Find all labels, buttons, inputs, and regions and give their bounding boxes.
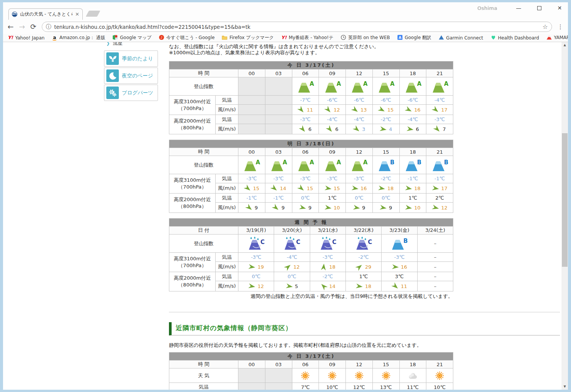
wind-cell: 15: [238, 183, 265, 194]
wind-direction-arrow-icon: [390, 281, 401, 291]
folder-icon: [222, 35, 227, 41]
climb-index-cell: A: [319, 77, 346, 96]
chrome-menu-icon[interactable]: ⋮: [557, 23, 563, 30]
temp-cell: 7℃: [292, 383, 319, 390]
gears-icon: [106, 87, 119, 99]
bookmark--google[interactable]: ♪今すぐ聴こう - Google: [159, 35, 215, 41]
temperature-value: 1℃: [409, 195, 417, 201]
temp-cell: -4℃: [399, 115, 426, 124]
temp-cell: -4℃: [346, 115, 373, 124]
temperature-value: -3℃: [327, 176, 338, 181]
wind-direction-arrow-icon: [248, 263, 256, 271]
bookmark-amazon-co-jp-[interactable]: aAmazon.co.jp： 通販: [52, 35, 105, 41]
temperature-value: 3℃: [395, 274, 404, 279]
scrollbar-thumb[interactable]: [562, 133, 568, 267]
wind-cell: 13: [346, 105, 373, 115]
wind-direction-arrow-icon: [406, 125, 415, 133]
wind-cell: 19: [238, 262, 274, 272]
svg-text:A: A: [363, 80, 368, 87]
wind-direction-arrow-icon: [431, 184, 440, 192]
climb-index-cell: A: [346, 156, 373, 174]
sprout-icon: [106, 52, 119, 65]
minimize-button[interactable]: —: [513, 4, 524, 12]
profile-name[interactable]: Oshima: [478, 5, 498, 11]
sidebar-button-2[interactable]: 夜空のページ: [104, 68, 158, 84]
wind-cell: 10: [399, 203, 426, 213]
temp-cell: 1℃: [399, 194, 426, 203]
weather-cell: [372, 368, 399, 383]
climb-index-cell-empty: [265, 77, 292, 96]
wind-direction-arrow-icon: [405, 184, 413, 192]
column-header: 3/20(火): [274, 227, 310, 235]
bookmark-firefox-[interactable]: Firefox ブックマーク: [222, 35, 274, 41]
row-label-weather: 天 気: [169, 368, 238, 383]
temperature-value: -2℃: [358, 254, 369, 260]
tab-close-icon[interactable]: ✕: [75, 11, 79, 17]
maximize-button[interactable]: [534, 4, 544, 12]
temp-cell: -3℃: [426, 115, 453, 124]
bookmark-yamap-[interactable]: YAMAP 登山・アウトド: [546, 35, 568, 41]
new-tab-button[interactable]: [86, 11, 101, 17]
temp-cell-none: –: [417, 272, 453, 281]
wind-direction-arrow-icon: [431, 203, 440, 212]
wind-speed-value: 10: [334, 205, 340, 211]
bookmark-health-dashboard[interactable]: Health Dashboard: [491, 35, 539, 41]
wind-speed-value: 18: [414, 186, 421, 191]
bookmark-my-yahoo-[interactable]: Y!My番組表 - Yahoo!テ: [281, 35, 333, 41]
sidebar-item-meteor[interactable]: ❯ 流星: [106, 42, 123, 47]
bookmark--on-the-web[interactable]: 英辞郎 on the WEB: [341, 35, 390, 41]
bookmark-google-[interactable]: AGoogle 翻訳: [397, 35, 431, 41]
temperature-value: 2℃: [435, 195, 444, 201]
row-label-wind: 風(m/s): [216, 105, 238, 115]
column-header: 06: [292, 148, 319, 156]
temp-cell: 2℃: [426, 194, 453, 203]
sidebar-button-3[interactable]: ブログパーツ: [104, 85, 158, 101]
bookmark-garmin-connect[interactable]: Garmin Connect: [439, 35, 483, 41]
wind-speed-value: 3: [362, 126, 365, 132]
temp-cell: -6℃: [399, 96, 426, 105]
wind-cell: 15: [292, 183, 319, 194]
page-info-icon[interactable]: ⓘ: [46, 24, 51, 30]
page-scrollbar[interactable]: ▲ ▼: [562, 42, 568, 390]
browser-window: Oshima — ✕ 山伏の天気 - てんきとくらす ✕ ← → ⟳ ⓘ ten…: [3, 2, 568, 390]
svg-text:B: B: [444, 159, 448, 166]
wind-cell: 12: [274, 262, 310, 272]
svg-text:A: A: [390, 80, 395, 87]
reload-button[interactable]: ⟳: [30, 23, 36, 30]
climb-index-cell: A: [292, 156, 319, 174]
bookmark-yahoo-japan[interactable]: Y!Yahoo! Japan: [8, 35, 44, 41]
wind-speed-value: 15: [307, 186, 313, 191]
mountain-icon: [546, 35, 552, 41]
browser-tab[interactable]: 山伏の天気 - てんきとくらす ✕: [8, 8, 83, 20]
row-label-time: 時 間: [169, 361, 238, 368]
close-button[interactable]: ✕: [554, 4, 565, 12]
wind-speed-value: 29: [365, 264, 371, 270]
sidebar-button-1[interactable]: 季節のたより: [104, 50, 158, 67]
temp-cell: -6℃: [346, 96, 373, 105]
url-text[interactable]: tenkura.n-kishou.co.jp/tk/kanko/kad.html…: [54, 24, 539, 30]
climb-index-grade-C-icon: C: [355, 236, 372, 251]
scroll-down-icon[interactable]: ▼: [562, 384, 568, 390]
wind-cell: 16: [399, 105, 426, 115]
temperature-value: 0℃: [301, 195, 310, 201]
temperature-value: -2℃: [381, 116, 391, 122]
column-header: 09: [319, 69, 346, 77]
row-label-temp: 気温: [216, 253, 238, 262]
svg-text:B: B: [404, 238, 408, 244]
svg-text:A: A: [309, 80, 314, 87]
climb-index-cell: A: [265, 156, 292, 174]
svg-text:A: A: [444, 80, 448, 87]
bookmark-star-icon[interactable]: ☆: [543, 23, 548, 30]
row-label-altitude: 高度3100m付近（700hPa）: [169, 96, 216, 115]
back-button[interactable]: ←: [8, 23, 14, 30]
bookmark-google-[interactable]: Google マップ: [112, 35, 151, 41]
wind-speed-value: 18: [387, 186, 394, 191]
wind-direction-arrow-icon: [244, 203, 254, 213]
forward-button[interactable]: →: [19, 23, 25, 30]
scroll-up-icon[interactable]: ▲: [562, 42, 568, 48]
climb-index-grade-A-icon: A: [350, 158, 368, 172]
temp-cell: 0℃: [274, 272, 310, 281]
temp-cell: 10℃: [426, 383, 453, 390]
svg-text:C: C: [368, 238, 372, 245]
address-bar[interactable]: ⓘ tenkura.n-kishou.co.jp/tk/kanko/kad.ht…: [42, 22, 552, 32]
